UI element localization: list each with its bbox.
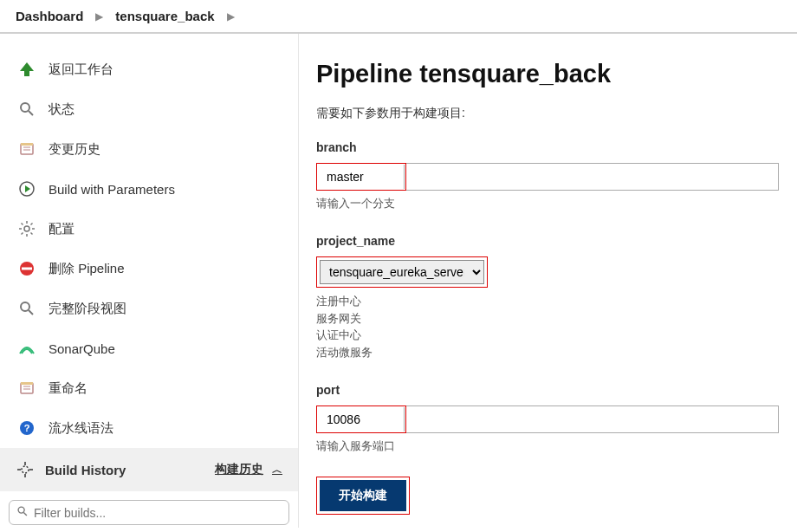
main-content: Pipeline tensquare_back 需要如下参数用于构建项目: br… [299,34,797,528]
page-description: 需要如下参数用于构建项目: [316,106,797,121]
sidebar-item-label: Build with Parameters [49,182,175,197]
page-title: Pipeline tensquare_back [316,60,797,88]
svg-line-34 [23,512,27,516]
trend-icon [16,460,35,479]
svg-point-33 [18,507,24,513]
breadcrumb-project[interactable]: tensquare_back [115,9,214,23]
sidebar-item-label: 返回工作台 [49,62,113,78]
build-history-header[interactable]: Build History 构建历史 ︿ [0,448,298,491]
param-branch-label: branch [316,140,797,154]
svg-rect-6 [21,143,33,146]
no-entry-icon [17,259,36,278]
svg-marker-0 [20,62,34,76]
gear-icon [17,219,36,238]
up-arrow-icon [17,60,36,79]
param-branch-help: 请输入一个分支 [316,196,797,211]
sidebar-item-pipeline-syntax[interactable]: ? 流水线语法 [0,408,298,448]
sidebar-item-label: 重命名 [49,380,87,397]
svg-line-15 [31,233,33,235]
breadcrumb: Dashboard ▶ tensquare_back ▶ [0,0,797,34]
search-icon [17,299,36,318]
svg-point-20 [21,302,29,311]
svg-point-1 [21,103,29,112]
build-history-link[interactable]: 构建历史 [215,462,263,477]
param-project-name-label: project_name [316,234,797,248]
svg-point-9 [24,226,29,231]
project-name-options: 注册中心 服务网关 认证中心 活动微服务 [316,293,797,360]
port-input[interactable] [318,407,405,431]
help-icon: ? [17,418,36,438]
param-branch: branch 请输入一个分支 [316,140,797,211]
sidebar-item-label: 完整阶段视图 [49,301,126,317]
project-name-select[interactable]: tensquare_eureka_server [320,260,484,284]
sidebar-item-sonarqube[interactable]: SonarQube [0,328,298,368]
svg-line-21 [29,310,33,315]
notes-icon [17,139,36,159]
param-port-help: 请输入服务端口 [316,438,797,454]
search-icon [17,100,36,119]
sidebar-item-label: 变更历史 [49,141,100,158]
sidebar-item-label: 配置 [49,221,75,237]
filter-builds-wrap [9,500,289,525]
sidebar-item-changes[interactable]: 变更历史 [0,129,298,169]
svg-line-16 [22,233,23,235]
svg-point-28 [22,466,29,473]
svg-line-17 [31,224,33,225]
build-history-title: Build History [45,463,126,477]
sidebar-item-rename[interactable]: 重命名 [0,368,298,408]
chevron-up-icon: ︿ [272,463,282,477]
breadcrumb-dashboard[interactable]: Dashboard [16,9,83,23]
branch-input[interactable] [318,165,405,189]
sidebar-item-label: 删除 Pipeline [49,261,125,277]
sidebar: 返回工作台 状态 变更历史 Build with Parameters [0,34,299,528]
chevron-right-icon: ▶ [220,10,242,23]
build-button[interactable]: 开始构建 [320,480,406,511]
notes-icon [17,379,36,398]
svg-rect-19 [22,268,32,270]
clock-play-icon [17,179,36,198]
svg-line-2 [29,111,33,115]
sidebar-item-delete[interactable]: 删除 Pipeline [0,249,298,289]
param-port: port 请输入服务端口 [316,383,797,454]
wave-icon [17,339,36,358]
param-port-label: port [316,383,797,397]
svg-rect-25 [21,382,33,385]
sidebar-item-status[interactable]: 状态 [0,89,298,129]
svg-line-14 [22,224,23,225]
param-project-name: project_name tensquare_eureka_server 注册中… [316,234,797,360]
sidebar-item-label: 流水线语法 [49,420,113,437]
search-icon [16,505,29,520]
svg-text:?: ? [24,423,30,433]
sidebar-item-build-params[interactable]: Build with Parameters [0,169,298,209]
svg-marker-8 [25,185,30,192]
filter-builds-input[interactable] [34,506,282,520]
sidebar-item-label: 状态 [49,101,75,118]
sidebar-item-configure[interactable]: 配置 [0,209,298,249]
sidebar-item-back[interactable]: 返回工作台 [0,49,298,89]
chevron-right-icon: ▶ [88,10,110,23]
sidebar-item-label: SonarQube [49,341,115,356]
sidebar-item-full-stage[interactable]: 完整阶段视图 [0,289,298,328]
